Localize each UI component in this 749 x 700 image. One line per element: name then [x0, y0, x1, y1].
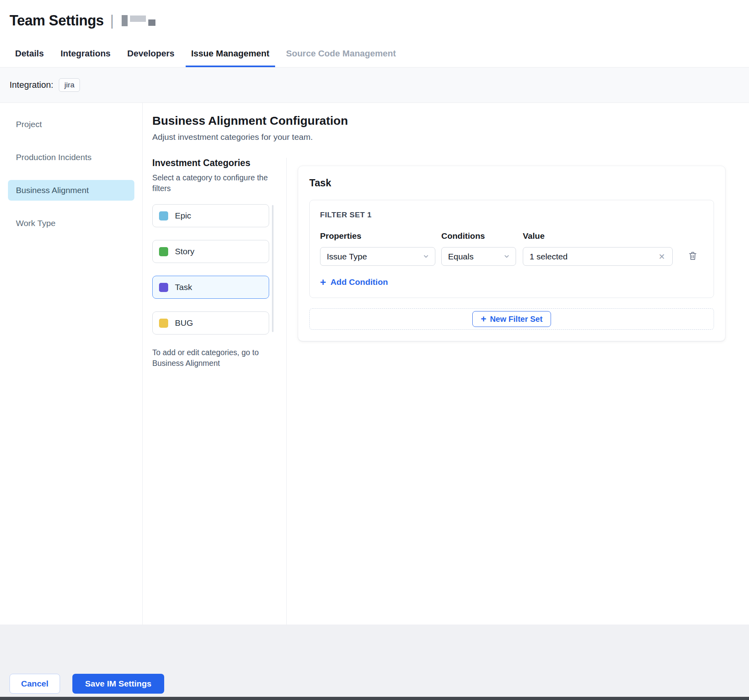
task-card-title: Task: [309, 177, 714, 189]
team-settings-page: Team Settings | Details Integrations Dev…: [0, 0, 749, 700]
trash-icon: [688, 251, 698, 263]
story-color-swatch: [159, 247, 168, 256]
add-condition-button[interactable]: + Add Condition: [320, 277, 388, 287]
sidebar-item-business-alignment[interactable]: Business Alignment: [8, 180, 134, 201]
settings-sidebar: Project Production Incidents Business Al…: [0, 103, 143, 625]
category-task[interactable]: Task: [152, 276, 269, 299]
cancel-button[interactable]: Cancel: [10, 674, 60, 694]
conditions-select-value: Equals: [448, 252, 473, 261]
new-filter-set-zone: + New Filter Set: [309, 308, 714, 330]
sidebar-item-production-incidents[interactable]: Production Incidents: [8, 147, 134, 168]
category-label: Story: [175, 247, 194, 256]
redacted-block: [122, 15, 128, 26]
filter-set-title: FILTER SET 1: [320, 211, 703, 219]
tab-integrations[interactable]: Integrations: [55, 41, 116, 67]
value-header: Value: [523, 231, 673, 241]
value-multiselect[interactable]: 1 selected ✕: [523, 247, 673, 266]
redacted-block: [130, 15, 146, 22]
properties-select-value: Issue Type: [327, 252, 367, 261]
config-columns: Investment Categories Select a category …: [152, 158, 739, 625]
categories-title: Investment Categories: [152, 158, 278, 168]
category-label: BUG: [175, 318, 193, 328]
tab-source-code-management[interactable]: Source Code Management: [281, 41, 402, 67]
content-area: Project Production Incidents Business Al…: [0, 103, 749, 625]
tab-details[interactable]: Details: [10, 41, 49, 67]
new-filter-set-label: New Filter Set: [490, 315, 542, 324]
category-config-panel: Task FILTER SET 1 Properties Conditions …: [287, 158, 739, 625]
properties-select[interactable]: Issue Type: [320, 247, 435, 266]
new-filter-set-button[interactable]: + New Filter Set: [472, 311, 551, 327]
filter-headers: Properties Conditions Value: [320, 231, 703, 241]
title-separator: |: [110, 12, 114, 29]
plus-icon: +: [481, 314, 486, 324]
chevron-down-icon: [503, 253, 510, 260]
chevron-down-icon: [423, 253, 429, 260]
tab-developers[interactable]: Developers: [122, 41, 180, 67]
category-epic[interactable]: Epic: [152, 204, 269, 227]
filter-condition-row: Issue Type Equals: [320, 247, 703, 266]
categories-scrollbar[interactable]: [272, 205, 274, 332]
page-title: Team Settings: [10, 12, 104, 29]
category-bug[interactable]: BUG: [152, 311, 269, 335]
close-icon[interactable]: ✕: [657, 251, 667, 262]
epic-color-swatch: [159, 211, 168, 220]
top-bar: Team Settings |: [0, 0, 749, 41]
business-alignment-config: Business Alignment Configuration Adjust …: [143, 103, 749, 625]
conditions-select[interactable]: Equals: [441, 247, 516, 266]
tab-issue-management[interactable]: Issue Management: [186, 41, 275, 67]
investment-categories: Investment Categories Select a category …: [152, 158, 287, 625]
categories-subtitle: Select a category to configure the filte…: [152, 172, 272, 194]
properties-header: Properties: [320, 231, 435, 241]
category-label: Epic: [175, 211, 191, 220]
category-label: Task: [175, 282, 192, 292]
bug-color-swatch: [159, 319, 168, 328]
redacted-team-name: [122, 15, 155, 26]
task-color-swatch: [159, 283, 168, 292]
section-subtitle: Adjust investment categories for your te…: [152, 132, 739, 142]
integration-row: Integration: jira: [0, 68, 749, 103]
categories-footnote: To add or edit categories, go to Busines…: [152, 347, 272, 369]
bottom-edge-strip: [0, 697, 749, 700]
plus-icon: +: [320, 277, 326, 287]
save-im-settings-button[interactable]: Save IM Settings: [72, 674, 164, 694]
filter-set-1: FILTER SET 1 Properties Conditions Value…: [309, 200, 714, 298]
categories-list: Epic Story Task BUG: [152, 204, 272, 335]
conditions-header: Conditions: [441, 231, 516, 241]
integration-badge: jira: [59, 78, 80, 92]
add-condition-label: Add Condition: [330, 277, 388, 287]
delete-condition-button[interactable]: [688, 251, 698, 263]
redacted-block: [148, 19, 155, 26]
sidebar-item-work-type[interactable]: Work Type: [8, 213, 134, 234]
integration-label: Integration:: [10, 80, 53, 90]
value-multiselect-value: 1 selected: [530, 252, 568, 261]
task-card: Task FILTER SET 1 Properties Conditions …: [298, 166, 726, 341]
sidebar-item-project[interactable]: Project: [8, 114, 134, 135]
settings-tabs: Details Integrations Developers Issue Ma…: [0, 41, 749, 68]
section-title: Business Alignment Configuration: [152, 114, 739, 128]
category-story[interactable]: Story: [152, 240, 269, 263]
